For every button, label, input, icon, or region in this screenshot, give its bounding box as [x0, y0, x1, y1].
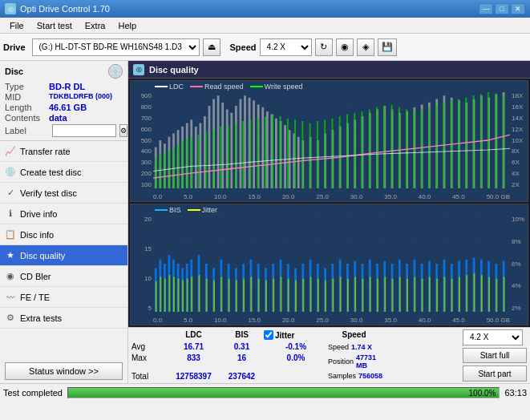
- svg-rect-217: [504, 277, 505, 312]
- menu-extra[interactable]: Extra: [79, 19, 112, 32]
- svg-rect-205: [414, 277, 415, 312]
- speed-select[interactable]: 4.2 X 1.0 X 2.0 X 8.0 X: [260, 38, 312, 56]
- write-speed-legend-color: [250, 86, 263, 87]
- read-speed-legend-color: [190, 86, 203, 87]
- status-window-button[interactable]: Status window >>: [5, 362, 123, 380]
- svg-rect-102: [421, 109, 423, 188]
- length-value: 46.61 GB: [49, 103, 87, 112]
- sidebar-item-extra-tests[interactable]: ⚙ Extra tests: [0, 308, 127, 329]
- start-part-button[interactable]: Start part: [463, 365, 527, 382]
- total-ldc: 12758397: [168, 372, 220, 381]
- svg-rect-215: [488, 277, 490, 312]
- svg-rect-199: [370, 277, 371, 312]
- window-title: Opti Drive Control 1.70: [20, 4, 110, 14]
- sidebar-item-drive-info[interactable]: ℹ Drive info: [0, 204, 127, 224]
- svg-rect-73: [205, 132, 207, 188]
- ldc-legend-color: [155, 86, 168, 87]
- sidebar-item-fe-te[interactable]: 〰 FE / TE: [0, 287, 127, 308]
- fe-te-icon: 〰: [5, 293, 16, 302]
- nav-label-drive-info: Drive info: [20, 209, 57, 219]
- save-button[interactable]: 💾: [378, 38, 397, 56]
- avg-bis: 0.31: [220, 342, 264, 351]
- menu-start-test[interactable]: Start test: [30, 19, 79, 32]
- sidebar-item-cd-bler[interactable]: ◉ CD Bler: [0, 266, 127, 287]
- maximize-button[interactable]: □: [495, 3, 509, 14]
- svg-rect-213: [474, 273, 475, 312]
- menu-help[interactable]: Help: [111, 19, 143, 32]
- svg-rect-113: [503, 95, 504, 188]
- sidebar-item-verify-test-disc[interactable]: ✓ Verify test disc: [0, 183, 127, 204]
- disc-panel-title: Disc: [5, 67, 23, 76]
- menu-file[interactable]: File: [3, 19, 30, 32]
- svg-rect-173: [182, 281, 184, 312]
- app-icon: ◎: [5, 3, 16, 14]
- label-browse-button[interactable]: ⚙: [119, 124, 127, 137]
- sidebar-item-disc-quality[interactable]: ★ Disc quality: [0, 245, 127, 266]
- sidebar-item-disc-info[interactable]: 📋 Disc info: [0, 224, 127, 245]
- main-content: Disc 💿 Type BD-R DL MID TDKBLDRFB (000) …: [0, 61, 530, 383]
- svg-rect-81: [265, 116, 266, 188]
- max-bis: 16: [220, 353, 264, 370]
- eject-button[interactable]: ⏏: [203, 38, 220, 56]
- svg-rect-27: [266, 111, 269, 188]
- chart2-legend: BIS Jitter: [155, 206, 217, 214]
- chart1-legend: LDC Read speed Write speed: [155, 83, 302, 91]
- jitter-checkbox[interactable]: [264, 330, 273, 340]
- label-input[interactable]: [52, 124, 116, 137]
- svg-rect-94: [362, 111, 363, 188]
- chart1-y-axis-right: 18X 16X 14X 12X 10X 8X 6X 4X 2X: [510, 92, 528, 188]
- stats-speed-header: Speed: [328, 330, 380, 340]
- chart1-x-axis: 0.0 5.0 10.0 15.0 20.0 25.0 30.0 35.0 40…: [153, 193, 510, 200]
- svg-rect-95: [369, 109, 370, 188]
- extra-tests-icon: ⚙: [5, 313, 16, 323]
- create-test-disc-icon: 💿: [5, 167, 16, 177]
- nav-label-fe-te: FE / TE: [20, 293, 50, 302]
- drive-select[interactable]: (G:) HL-DT-ST BD-RE WH16NS48 1.D3: [32, 38, 200, 56]
- svg-rect-78: [242, 121, 244, 188]
- jitter-legend-color: [188, 209, 200, 211]
- svg-rect-188: [288, 279, 289, 312]
- title-bar: ◎ Opti Drive Control 1.70 — □ ✕: [0, 0, 530, 18]
- disc-quality-header-icon: ◎: [133, 64, 144, 75]
- svg-rect-181: [236, 281, 237, 312]
- verify-test-disc-icon: ✓: [5, 188, 16, 198]
- svg-rect-65: [164, 152, 166, 188]
- svg-rect-183: [250, 277, 252, 312]
- stats-bar: LDC BIS Jitter Speed Avg 16.71 0.31 -0.1: [128, 327, 530, 383]
- svg-rect-63: [156, 157, 157, 188]
- svg-rect-177: [206, 279, 208, 312]
- stats-table: LDC BIS Jitter Speed Avg 16.71 0.31 -0.1: [131, 329, 459, 382]
- svg-rect-194: [332, 279, 334, 312]
- sidebar-item-create-test-disc[interactable]: 💿 Create test disc: [0, 162, 127, 183]
- minimize-button[interactable]: —: [479, 3, 493, 14]
- chart2-container: BIS Jitter 20 15 10 5 10%: [130, 204, 528, 325]
- type-value: BD-R DL: [49, 82, 85, 91]
- disc-info-icon: 📋: [5, 229, 16, 240]
- svg-rect-170: [168, 275, 170, 312]
- toolbar-btn2[interactable]: ◈: [357, 38, 374, 56]
- chart1-container: LDC Read speed Write speed 900 800 70: [130, 80, 528, 202]
- refresh-button[interactable]: ↻: [315, 38, 333, 56]
- svg-rect-80: [257, 119, 259, 188]
- svg-rect-89: [324, 119, 326, 188]
- disc-icon[interactable]: 💿: [108, 64, 123, 79]
- svg-rect-29: [275, 119, 277, 188]
- svg-rect-98: [391, 104, 393, 188]
- speed-select-stats[interactable]: 4.2 X: [463, 329, 523, 345]
- svg-rect-178: [213, 281, 215, 312]
- avg-ldc: 16.71: [168, 342, 220, 351]
- svg-rect-212: [466, 275, 467, 312]
- sidebar-item-transfer-rate[interactable]: 📈 Transfer rate: [0, 141, 127, 162]
- svg-rect-172: [178, 279, 180, 312]
- svg-rect-190: [302, 279, 304, 312]
- chart2-x-axis: 0.0 5.0 10.0 15.0 20.0 25.0 30.0 35.0 40…: [153, 317, 510, 324]
- close-button[interactable]: ✕: [511, 3, 525, 14]
- mid-value: TDKBLDRFB (000): [49, 92, 112, 102]
- start-full-button[interactable]: Start full: [463, 348, 527, 364]
- svg-rect-201: [384, 277, 386, 312]
- toolbar-btn1[interactable]: ◉: [336, 38, 354, 56]
- drive-info-icon: ℹ: [5, 208, 16, 219]
- position-val: 47731 MB: [356, 353, 380, 370]
- speed-row: Speed 1.74 X: [328, 342, 380, 351]
- svg-rect-67: [173, 147, 175, 188]
